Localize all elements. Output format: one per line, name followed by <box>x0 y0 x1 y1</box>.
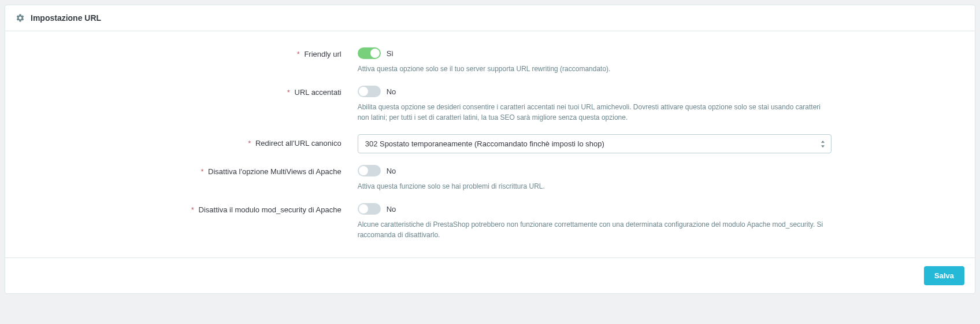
multiviews-value: No <box>387 167 396 175</box>
mod-security-label: * Disattiva il modulo mod_security di Ap… <box>17 203 358 240</box>
panel-header: Impostazione URL <box>5 5 975 31</box>
friendly-url-value: Sì <box>387 49 394 58</box>
accented-url-toggle[interactable] <box>358 86 381 97</box>
friendly-url-toggle[interactable] <box>358 47 381 59</box>
multiviews-help: Attiva questa funzione solo se hai probl… <box>358 181 831 192</box>
panel-footer: Salva <box>5 257 975 293</box>
mod-security-value: No <box>387 205 396 213</box>
accented-url-label: * URL accentati <box>17 86 358 123</box>
field-mod-security: * Disattiva il modulo mod_security di Ap… <box>17 203 963 240</box>
panel-body: * Friendly url Sì Attiva questa opzione … <box>5 31 975 257</box>
field-accented-url: * URL accentati No Abilita questa opzion… <box>17 86 963 123</box>
friendly-url-label: * Friendly url <box>17 47 358 74</box>
friendly-url-help: Attiva questa opzione solo se il tuo ser… <box>358 64 831 74</box>
accented-url-value: No <box>387 87 396 96</box>
multiviews-label: * Disattiva l'opzione MultiViews di Apac… <box>17 165 358 192</box>
field-canonical-redirect: * Redirect all'URL canonico 302 Spostato… <box>17 134 963 153</box>
multiviews-toggle[interactable] <box>358 165 381 176</box>
field-multiviews: * Disattiva l'opzione MultiViews di Apac… <box>17 165 963 192</box>
mod-security-help: Alcune caratteristiche di PrestaShop pot… <box>358 219 831 240</box>
required-marker: * <box>287 88 290 97</box>
canonical-redirect-select[interactable]: 302 Spostato temporaneamente (Raccomanda… <box>358 134 831 153</box>
field-friendly-url: * Friendly url Sì Attiva questa opzione … <box>17 47 963 74</box>
required-marker: * <box>191 205 194 214</box>
required-marker: * <box>248 139 251 148</box>
mod-security-toggle[interactable] <box>358 203 381 215</box>
save-button[interactable]: Salva <box>924 266 964 285</box>
gear-icon <box>16 13 25 23</box>
panel-title: Impostazione URL <box>31 13 101 23</box>
required-marker: * <box>201 167 203 176</box>
canonical-redirect-label: * Redirect all'URL canonico <box>17 134 358 153</box>
required-marker: * <box>297 50 300 58</box>
accented-url-help: Abilita questa opzione se desideri conse… <box>358 102 831 123</box>
url-settings-panel: Impostazione URL * Friendly url Sì Attiv… <box>5 5 975 294</box>
